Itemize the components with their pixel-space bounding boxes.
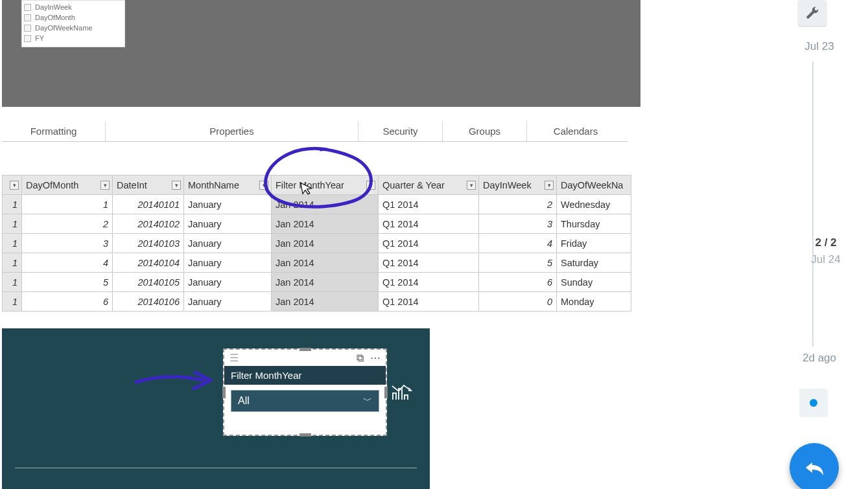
cell-dayinweek[interactable]: 0 [479, 292, 557, 312]
filter-dropdown-icon[interactable]: ▾ [172, 181, 181, 190]
more-options-icon[interactable]: ⋯ [370, 352, 381, 364]
cell-dateint[interactable]: 20140102 [113, 214, 184, 234]
grip-icon[interactable]: ☰ [229, 352, 239, 364]
col-dateint[interactable]: DateInt▾ [113, 176, 184, 195]
col-dayofweekname[interactable]: DayOfWeekNa [557, 176, 631, 195]
cell-filtermonthyear[interactable]: Jan 2014 [272, 234, 379, 253]
cell-dayofmonth[interactable]: 2 [22, 214, 113, 234]
cell-dayofweekname[interactable]: Friday [557, 234, 631, 253]
cell-filtermonthyear[interactable]: Jan 2014 [272, 273, 379, 292]
cell-monthname[interactable]: January [184, 253, 272, 273]
wrench-button[interactable] [798, 0, 827, 26]
field-item[interactable]: DayInWeek [24, 2, 123, 12]
focus-mode-icon[interactable]: ⧉ [357, 352, 364, 364]
cell-monthname[interactable]: January [184, 214, 272, 234]
cell-dayofmonth[interactable]: 3 [22, 234, 113, 253]
chart-icon[interactable] [391, 382, 413, 404]
field-item[interactable]: DayOfWeekName [24, 23, 123, 33]
col-quarteryear[interactable]: Quarter & Year▾ [379, 176, 479, 195]
row-index[interactable]: 1 [3, 273, 22, 292]
ribbon-group-groups[interactable]: Groups [443, 121, 527, 141]
col-monthname[interactable]: MonthName▾ [184, 176, 272, 195]
cell-filtermonthyear[interactable]: Jan 2014 [272, 195, 379, 214]
resize-handle[interactable] [299, 348, 311, 351]
checkbox-icon[interactable] [24, 4, 31, 11]
timeline-end-date[interactable]: 2d ago [790, 352, 849, 365]
cell-monthname[interactable]: January [184, 234, 272, 253]
cell-filtermonthyear[interactable]: Jan 2014 [272, 253, 379, 273]
row-index[interactable]: 1 [3, 214, 22, 234]
ribbon-group-properties[interactable]: Properties [106, 121, 358, 141]
filter-dropdown-icon[interactable]: ▾ [467, 181, 476, 190]
row-index[interactable]: 1 [3, 195, 22, 214]
filter-dropdown-icon[interactable]: ▾ [100, 181, 110, 190]
cell-quarteryear[interactable]: Q1 2014 [379, 195, 479, 214]
cell-dayofweekname[interactable]: Wednesday [557, 195, 631, 214]
cell-dayofweekname[interactable]: Thursday [557, 214, 631, 234]
cell-dayinweek[interactable]: 4 [479, 234, 557, 253]
cell-dayofmonth[interactable]: 4 [22, 253, 113, 273]
ribbon-group-security[interactable]: Security [358, 121, 443, 141]
timeline-start-date[interactable]: Jul 23 [790, 40, 849, 53]
cell-monthname[interactable]: January [184, 292, 272, 312]
cell-dayofmonth[interactable]: 6 [22, 292, 113, 312]
filter-dropdown-icon[interactable]: ▾ [545, 181, 554, 190]
slicer-dropdown[interactable]: All ﹀ [231, 390, 379, 412]
cell-dayinweek[interactable]: 5 [479, 253, 557, 273]
col-dayofmonth[interactable]: DayOfMonth▾ [22, 176, 113, 195]
cell-quarteryear[interactable]: Q1 2014 [379, 234, 479, 253]
col-dayinweek[interactable]: DayInWeek▾ [479, 176, 557, 195]
table-row[interactable]: 1520140105JanuaryJan 2014Q1 20146Sunday [3, 273, 631, 292]
timeline-track[interactable] [812, 62, 814, 347]
cell-monthname[interactable]: January [184, 195, 272, 214]
cell-dayinweek[interactable]: 6 [479, 273, 557, 292]
cell-dayinweek[interactable]: 2 [479, 195, 557, 214]
filter-dropdown-icon[interactable]: ▾ [259, 181, 268, 190]
checkbox-icon[interactable] [24, 14, 31, 21]
slicer-visual[interactable]: ☰ ⧉ ⋯ Filter MonthYear All ﹀ [223, 348, 387, 436]
rowhead-cell[interactable]: ▾ [3, 176, 22, 195]
field-item[interactable]: DayOfMonth [24, 12, 123, 23]
cell-dayofmonth[interactable]: 5 [22, 273, 113, 292]
ribbon-group-calendars[interactable]: Calendars [527, 121, 624, 141]
cell-dateint[interactable]: 20140106 [113, 292, 184, 312]
filter-dropdown-icon[interactable]: ▾ [366, 181, 375, 190]
checkbox-icon[interactable] [24, 35, 31, 42]
cell-quarteryear[interactable]: Q1 2014 [379, 292, 479, 312]
resize-handle[interactable] [299, 433, 311, 437]
cell-monthname[interactable]: January [184, 273, 272, 292]
unread-indicator-button[interactable] [799, 389, 828, 417]
ribbon-group-formatting[interactable]: Formatting [2, 121, 106, 141]
col-filtermonthyear[interactable]: Filter MonthYear▾ [272, 176, 379, 195]
row-index[interactable]: 1 [3, 253, 22, 273]
cell-dayofweekname[interactable]: Sunday [557, 273, 631, 292]
filter-dropdown-icon[interactable]: ▾ [10, 181, 19, 190]
cell-dayinweek[interactable]: 3 [479, 214, 557, 234]
cell-filtermonthyear[interactable]: Jan 2014 [272, 292, 379, 312]
cell-dayofmonth[interactable]: 1 [22, 195, 113, 214]
cell-dateint[interactable]: 20140104 [113, 253, 184, 273]
cell-dateint[interactable]: 20140101 [113, 195, 184, 214]
row-index[interactable]: 1 [3, 234, 22, 253]
cell-quarteryear[interactable]: Q1 2014 [379, 214, 479, 234]
cell-dateint[interactable]: 20140103 [113, 234, 184, 253]
checkbox-icon[interactable] [24, 25, 31, 32]
unread-dot-icon [810, 399, 817, 407]
table-row[interactable]: 1420140104JanuaryJan 2014Q1 20145Saturda… [3, 253, 631, 273]
cell-filtermonthyear[interactable]: Jan 2014 [272, 214, 379, 234]
timeline-position: 2 / 2 Jul 24 [806, 236, 845, 266]
cell-quarteryear[interactable]: Q1 2014 [379, 273, 479, 292]
cell-dayofweekname[interactable]: Monday [557, 292, 631, 312]
resize-handle[interactable] [384, 387, 388, 398]
cell-dateint[interactable]: 20140105 [113, 273, 184, 292]
resize-handle[interactable] [222, 387, 226, 398]
table-row[interactable]: 1320140103JanuaryJan 2014Q1 20144Friday [3, 234, 631, 253]
table-row[interactable]: 1620140106JanuaryJan 2014Q1 20140Monday [3, 292, 631, 312]
field-item[interactable]: FY [24, 33, 123, 43]
cell-quarteryear[interactable]: Q1 2014 [379, 253, 479, 273]
table-row[interactable]: 1120140101JanuaryJan 2014Q1 20142Wednesd… [3, 195, 631, 214]
cell-dayofweekname[interactable]: Saturday [557, 253, 631, 273]
row-index[interactable]: 1 [3, 292, 22, 312]
table-row[interactable]: 1220140102JanuaryJan 2014Q1 20143Thursda… [3, 214, 631, 234]
reply-button[interactable] [790, 443, 839, 489]
